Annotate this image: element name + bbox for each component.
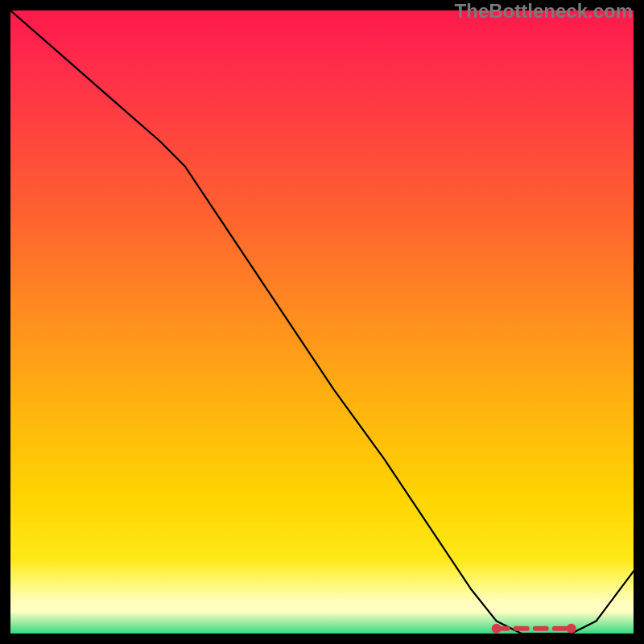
- chart-frame: TheBottleneck.com: [0, 0, 644, 644]
- optimum-end-dot: [567, 624, 576, 634]
- bottleneck-curve: [10, 10, 634, 634]
- chart-overlay: [10, 10, 634, 634]
- optimum-start-dot: [492, 624, 502, 634]
